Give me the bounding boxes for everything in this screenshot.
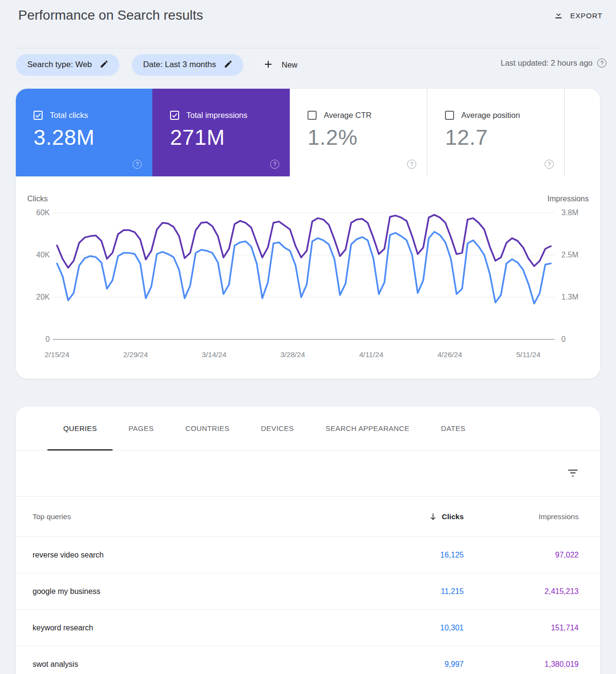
- header-divider: [14, 48, 602, 48]
- left-axis-tick: 60K: [16, 208, 50, 218]
- x-axis-tick: 4/26/24: [428, 350, 471, 359]
- new-filter-label: New: [282, 60, 297, 70]
- x-axis-tick: 2/15/24: [35, 350, 79, 359]
- export-label: EXPORT: [570, 12, 603, 20]
- table-row[interactable]: swot analysis9,9971,380,019: [16, 646, 600, 674]
- table-row[interactable]: keyword research10,301151,714: [16, 610, 600, 646]
- tab-dates[interactable]: DATES: [425, 407, 481, 450]
- x-axis-tick: 3/14/24: [193, 350, 236, 359]
- tab-label: PAGES: [128, 424, 154, 432]
- chart-panel: Total clicks3.28M?Total impressions271M?…: [16, 89, 600, 379]
- tab-devices[interactable]: DEVICES: [245, 407, 310, 450]
- new-filter-button[interactable]: New: [262, 58, 297, 71]
- page-title: Performance on Search results: [18, 8, 203, 23]
- table-header-row: Top queries Clicks Impressions: [16, 497, 600, 537]
- plus-icon: [262, 58, 274, 71]
- tab-search-appearance[interactable]: SEARCH APPEARANCE: [310, 407, 425, 450]
- queries-table-body: reverse video search16,12597,022google m…: [16, 537, 600, 674]
- clicks-cell: 9,997: [387, 660, 464, 669]
- filter-chip-label: Date: Last 3 months: [143, 60, 216, 70]
- column-header-impressions[interactable]: Impressions: [464, 512, 579, 521]
- download-icon: [553, 10, 564, 22]
- left-axis-tick: 20K: [16, 292, 50, 302]
- query-cell: keyword research: [33, 624, 387, 632]
- edit-pencil-icon: [224, 59, 233, 70]
- table-row[interactable]: reverse video search16,12597,022: [16, 537, 600, 573]
- right-axis-tick: 1.3M: [561, 292, 579, 302]
- right-axis-tick: 2.5M: [561, 250, 579, 260]
- x-axis-tick: 3/28/24: [271, 350, 314, 359]
- table-filter-row: [16, 451, 600, 497]
- column-header-top-queries[interactable]: Top queries: [33, 512, 387, 521]
- sort-descending-icon: [428, 512, 438, 522]
- query-cell: swot analysis: [33, 660, 387, 669]
- right-axis-tick: 3.8M: [561, 208, 579, 218]
- tab-label: DATES: [441, 424, 466, 432]
- tab-label: DEVICES: [261, 424, 294, 432]
- filter-chip-date-range[interactable]: Date: Last 3 months: [132, 54, 243, 76]
- filter-chip-label: Search type: Web: [27, 60, 92, 70]
- x-axis-tick: 2/29/24: [114, 350, 157, 359]
- x-axis-tick: 4/11/24: [350, 350, 393, 359]
- tab-label: QUERIES: [63, 424, 97, 432]
- tab-countries[interactable]: COUNTRIES: [170, 407, 245, 450]
- query-cell: reverse video search: [33, 551, 387, 559]
- dimension-tabs: QUERIESPAGESCOUNTRIESDEVICESSEARCH APPEA…: [16, 407, 600, 451]
- help-icon[interactable]: ?: [597, 58, 606, 68]
- search-console-performance-page: Performance on Search results EXPORT Sea…: [0, 0, 616, 674]
- edit-pencil-icon: [100, 59, 109, 70]
- impressions-cell: 97,022: [464, 551, 579, 559]
- impressions-cell: 2,415,213: [464, 587, 579, 596]
- filter-chip-search-type[interactable]: Search type: Web: [16, 54, 119, 76]
- performance-line-chart[interactable]: [16, 89, 600, 379]
- right-axis-tick: 0: [561, 335, 566, 344]
- tab-queries[interactable]: QUERIES: [47, 407, 113, 450]
- chart-line-clicks: [57, 232, 551, 304]
- dimensions-panel: QUERIESPAGESCOUNTRIESDEVICESSEARCH APPEA…: [16, 407, 600, 674]
- table-row[interactable]: google my business11,2152,415,213: [16, 573, 600, 610]
- tab-pages[interactable]: PAGES: [113, 407, 170, 450]
- last-updated: Last updated: 2 hours ago ?: [501, 58, 606, 68]
- impressions-cell: 1,380,019: [464, 660, 579, 669]
- clicks-cell: 16,125: [387, 551, 464, 559]
- column-header-clicks[interactable]: Clicks: [387, 512, 464, 522]
- clicks-cell: 11,215: [387, 587, 464, 596]
- left-axis-tick: 0: [16, 335, 50, 344]
- tab-label: COUNTRIES: [185, 424, 229, 432]
- filter-icon[interactable]: [567, 467, 579, 479]
- export-button[interactable]: EXPORT: [548, 7, 607, 24]
- x-axis-tick: 5/11/24: [507, 350, 550, 359]
- filter-toolbar: Search type: WebDate: Last 3 months New: [16, 54, 297, 76]
- tab-label: SEARCH APPEARANCE: [326, 424, 410, 432]
- chart-line-impressions: [57, 215, 551, 267]
- query-cell: google my business: [33, 587, 387, 596]
- clicks-cell: 10,301: [387, 624, 464, 632]
- left-axis-tick: 40K: [16, 250, 50, 260]
- impressions-cell: 151,714: [464, 624, 579, 632]
- last-updated-text: Last updated: 2 hours ago: [501, 58, 593, 68]
